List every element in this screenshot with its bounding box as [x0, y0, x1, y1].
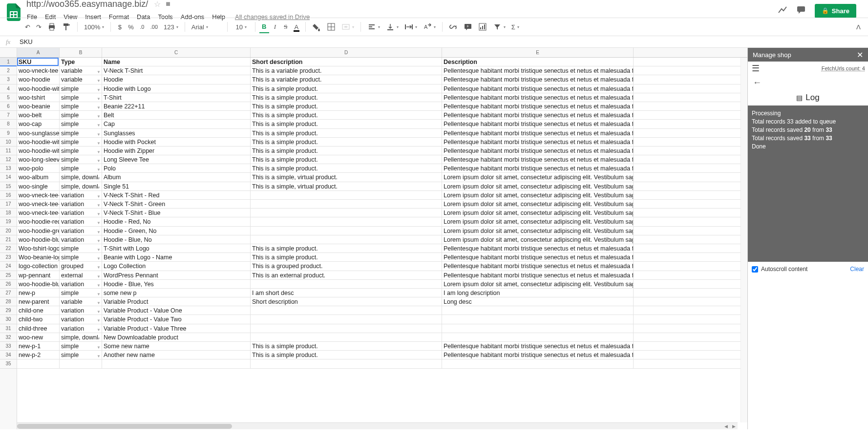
- data-validation-arrow-icon[interactable]: ▼: [97, 229, 101, 235]
- cell[interactable]: new-parent: [17, 297, 60, 306]
- cell[interactable]: This is a simple product.: [251, 147, 442, 155]
- row-header[interactable]: 35: [0, 359, 17, 368]
- data-validation-arrow-icon[interactable]: ▼: [97, 184, 101, 190]
- cell[interactable]: woo-hoodie-blue: [17, 280, 60, 288]
- cell[interactable]: new-p-1: [17, 342, 60, 350]
- row-header[interactable]: 13: [0, 164, 17, 173]
- cell[interactable]: Variable Product - Value Two: [102, 315, 251, 323]
- cell[interactable]: [251, 200, 442, 208]
- cell[interactable]: variation▼: [60, 191, 102, 199]
- data-validation-arrow-icon[interactable]: ▼: [97, 308, 101, 315]
- cell[interactable]: Hoodie with Zipper: [102, 147, 251, 155]
- cell[interactable]: variable▼: [60, 75, 102, 84]
- cell[interactable]: new-p-2: [17, 351, 60, 359]
- cell[interactable]: Pellentesque habitant morbi tristique se…: [442, 342, 634, 350]
- autoscroll-input[interactable]: [752, 266, 758, 273]
- cell[interactable]: variation▼: [60, 315, 102, 323]
- borders-button[interactable]: [324, 21, 338, 33]
- row-header[interactable]: 22: [0, 244, 17, 253]
- cell[interactable]: Logo Collection: [102, 262, 251, 270]
- cell[interactable]: child-two: [17, 315, 60, 323]
- cell[interactable]: variation▼: [60, 200, 102, 208]
- cell[interactable]: Pellentesque habitant morbi tristique se…: [442, 155, 634, 164]
- table-row[interactable]: [17, 359, 747, 368]
- cell[interactable]: Cap: [102, 120, 251, 128]
- cell[interactable]: [17, 359, 60, 368]
- cell[interactable]: variation▼: [60, 227, 102, 235]
- cell[interactable]: variation▼: [60, 209, 102, 217]
- table-row[interactable]: wp-pennantexternal▼WordPress PennantThis…: [17, 271, 747, 280]
- cell[interactable]: woo-tshirt: [17, 93, 60, 102]
- table-row[interactable]: Woo-beanie-logosimple▼Beanie with Logo -…: [17, 253, 747, 262]
- cell[interactable]: [102, 359, 251, 368]
- data-validation-arrow-icon[interactable]: ▼: [97, 193, 101, 199]
- table-row[interactable]: child-threevariation▼Variable Product - …: [17, 324, 747, 333]
- cell[interactable]: variation▼: [60, 217, 102, 226]
- cell[interactable]: woo-hoodie-with-: [17, 84, 60, 93]
- row-header[interactable]: 5: [0, 93, 17, 102]
- cell[interactable]: Lorem ipsum dolor sit amet, consectetur …: [442, 235, 634, 244]
- cell[interactable]: Pellentesque habitant morbi tristique se…: [442, 351, 634, 359]
- cell[interactable]: simple▼: [60, 102, 102, 110]
- table-row[interactable]: woo-newsimple, downl▼New Downloadable pr…: [17, 333, 747, 342]
- row-header[interactable]: 1: [0, 58, 17, 66]
- autoscroll-checkbox[interactable]: Autoscroll content: [752, 266, 807, 273]
- cell[interactable]: This is a variable product.: [251, 75, 442, 84]
- row-header[interactable]: 3: [0, 75, 17, 84]
- cell[interactable]: This is a variable product.: [251, 66, 442, 75]
- cell[interactable]: external▼: [60, 271, 102, 279]
- cell[interactable]: Long Sleeve Tee: [102, 155, 251, 164]
- cell[interactable]: Belt: [102, 111, 251, 119]
- cell[interactable]: Short description: [251, 58, 442, 66]
- insert-link-button[interactable]: [446, 21, 460, 33]
- row-header[interactable]: 20: [0, 227, 17, 235]
- cell[interactable]: Another new name: [102, 351, 251, 359]
- row-header[interactable]: 34: [0, 351, 17, 359]
- increase-decimal-button[interactable]: .00: [148, 22, 160, 32]
- cell[interactable]: Name: [102, 58, 251, 66]
- cell[interactable]: new-p: [17, 289, 60, 297]
- cell[interactable]: Beanie 222+11: [102, 102, 251, 110]
- cell[interactable]: simple▼: [60, 164, 102, 172]
- cell[interactable]: Beanie with Logo - Name: [102, 253, 251, 261]
- cell[interactable]: Woo-tshirt-logo: [17, 244, 60, 252]
- cell[interactable]: This is a simple product.: [251, 164, 442, 172]
- cell[interactable]: Single 51: [102, 182, 251, 190]
- cell[interactable]: Lorem ipsum dolor sit amet, consectetur …: [442, 227, 634, 235]
- table-row[interactable]: woo-hoodie-greevariation▼Hoodie - Green,…: [17, 227, 747, 235]
- cell[interactable]: Pellentesque habitant morbi tristique se…: [442, 111, 634, 119]
- cell[interactable]: Pellentesque habitant morbi tristique se…: [442, 271, 634, 279]
- table-row[interactable]: woo-beaniesimple▼Beanie 222+11This is a …: [17, 102, 747, 111]
- data-validation-arrow-icon[interactable]: ▼: [97, 95, 101, 102]
- cell[interactable]: This is a simple product.: [251, 93, 442, 102]
- cell[interactable]: Pellentesque habitant morbi tristique se…: [442, 244, 634, 252]
- cell[interactable]: woo-beanie: [17, 102, 60, 110]
- cell[interactable]: Pellentesque habitant morbi tristique se…: [442, 138, 634, 146]
- row-header[interactable]: 19: [0, 217, 17, 226]
- col-header-C[interactable]: C: [102, 48, 251, 57]
- row-header[interactable]: 28: [0, 297, 17, 306]
- cell[interactable]: [442, 333, 634, 341]
- cell[interactable]: Pellentesque habitant morbi tristique se…: [442, 84, 634, 93]
- spreadsheet[interactable]: 1234567891011121314151617181920212223242…: [0, 48, 747, 429]
- cell[interactable]: Hoodie - Blue, Yes: [102, 280, 251, 288]
- cell[interactable]: Lorem ipsum dolor sit amet, consectetur …: [442, 217, 634, 226]
- cell[interactable]: Type: [60, 58, 102, 66]
- data-validation-arrow-icon[interactable]: ▼: [97, 317, 101, 323]
- scroll-left-icon[interactable]: ◀: [722, 423, 730, 429]
- cell[interactable]: woo-album: [17, 173, 60, 181]
- cell[interactable]: simple, downl▼: [60, 333, 102, 341]
- row-header[interactable]: 18: [0, 209, 17, 217]
- cell[interactable]: [60, 359, 102, 368]
- cell[interactable]: Hoodie: [102, 75, 251, 84]
- row-header[interactable]: 23: [0, 253, 17, 262]
- cell[interactable]: This is a simple product.: [251, 244, 442, 252]
- cell[interactable]: Lorem ipsum dolor sit amet, consectetur …: [442, 173, 634, 181]
- cell[interactable]: simple▼: [60, 351, 102, 359]
- data-validation-arrow-icon[interactable]: ▼: [97, 282, 101, 288]
- cell[interactable]: SKU: [17, 58, 60, 66]
- table-row[interactable]: woo-hoodie-with-simple▼Hoodie with LogoT…: [17, 84, 747, 93]
- data-validation-arrow-icon[interactable]: ▼: [97, 326, 101, 333]
- cell[interactable]: This is a simple product.: [251, 111, 442, 119]
- cell[interactable]: Hoodie with Pocket: [102, 138, 251, 146]
